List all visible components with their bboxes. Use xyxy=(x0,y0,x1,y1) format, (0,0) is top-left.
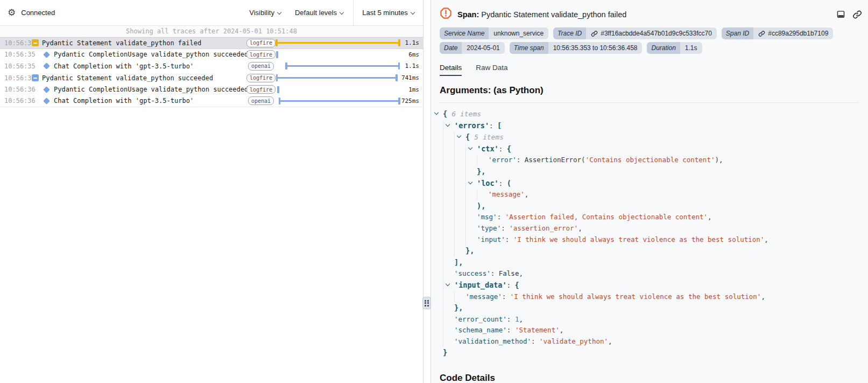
default-levels-dropdown[interactable]: Default levels xyxy=(295,9,343,17)
indent-guide xyxy=(454,155,465,166)
indent-guide xyxy=(443,257,454,269)
code-line: }, xyxy=(443,245,859,257)
indent-guide xyxy=(443,314,454,325)
code-token: , xyxy=(578,224,582,232)
link-icon[interactable] xyxy=(852,10,862,19)
code-token: 'I think we should always treat violence… xyxy=(510,293,761,301)
code-token: , xyxy=(608,337,612,345)
span-metadata-badges: Service Nameunknown_serviceTrace ID#3ff1… xyxy=(440,27,868,54)
trace-name: Pydantic Statement validate_python faile… xyxy=(42,39,249,47)
code-token: }, xyxy=(465,246,474,255)
code-line: 'success': False, xyxy=(443,268,859,280)
dock-panel-icon[interactable] xyxy=(836,10,845,19)
chevron-down-icon xyxy=(340,10,344,15)
code-token: , xyxy=(708,213,712,221)
traces-toolbar: ⚙ Connected Visibility Default levels La… xyxy=(0,0,423,26)
collapse-caret-icon[interactable] xyxy=(434,110,439,115)
indent-guide xyxy=(454,131,465,143)
arguments-heading: Arguments: (as Python) xyxy=(440,85,868,96)
trace-row[interactable]: 10:56:36Chat Completion with 'gpt-3.5-tu… xyxy=(0,95,423,107)
code-token: , xyxy=(764,235,768,243)
code-line: { 6 items xyxy=(443,108,859,120)
code-line: 'errors': [ xyxy=(443,120,859,132)
trace-row[interactable]: 10:56:36Pydantic CompletionUsage validat… xyxy=(0,83,423,95)
trace-timestamp: 10:56:35 xyxy=(0,51,30,58)
trace-row[interactable]: 10:56:35Chat Completion with 'gpt-3.5-tu… xyxy=(0,60,423,72)
badge-label: Duration xyxy=(647,42,680,54)
code-text: 'input': 'I think we should always treat… xyxy=(477,234,768,246)
expand-toggle-icon[interactable] xyxy=(30,74,42,81)
expand-toggle-icon[interactable] xyxy=(30,39,42,46)
trace-duration: 1.1s xyxy=(400,62,423,69)
trace-name: Pydantic Statement validate_python succe… xyxy=(42,74,249,82)
code-token: 'loc' xyxy=(477,179,499,187)
code-text: }, xyxy=(454,302,463,314)
code-token: 'error_count' xyxy=(454,315,507,323)
code-line: ), xyxy=(443,200,859,212)
trace-duration: 725ms xyxy=(400,98,423,105)
code-text: 'errors': [ xyxy=(454,120,502,132)
code-line: 'schema_name': 'Statement', xyxy=(443,325,859,336)
code-token: : xyxy=(491,269,499,277)
gear-icon[interactable]: ⚙ xyxy=(8,8,16,17)
badge-value-text: #3ff16acbdde4a547b01d9c9c533fcc70 xyxy=(601,30,712,37)
time-range-dropdown[interactable]: Last 5 minutes xyxy=(353,0,423,25)
duration-bar xyxy=(279,100,400,102)
indent-guide xyxy=(443,131,454,143)
code-token: 6 items xyxy=(451,110,481,118)
indent-guide xyxy=(443,212,454,223)
badge-value: unknown_service xyxy=(489,27,548,39)
indent-guide xyxy=(465,155,477,166)
indent-guide xyxy=(443,166,454,178)
indent-guide xyxy=(465,200,477,212)
code-token: { xyxy=(443,109,451,118)
tag-pill: logfire xyxy=(246,85,276,94)
indent-guide xyxy=(465,234,477,246)
indent-guide xyxy=(443,302,454,314)
link-icon xyxy=(591,30,598,37)
badge-value-text: 1.1s xyxy=(685,44,697,52)
code-line: 'message', xyxy=(443,189,859,200)
code-token: 'message' xyxy=(465,293,502,301)
code-token: 'success' xyxy=(454,269,491,277)
badge-value: 1.1s xyxy=(680,42,702,54)
arguments-code-tree: { 6 items'errors': [{ 5 items'ctx': {'er… xyxy=(440,102,859,361)
code-token: 'type' xyxy=(477,224,501,232)
code-token: 'assertion_error' xyxy=(509,224,578,232)
code-token: False xyxy=(499,269,519,277)
code-token: , xyxy=(519,315,523,323)
detail-tabs: DetailsRaw Data xyxy=(440,64,868,76)
trace-row[interactable]: 10:56:36Pydantic Statement validate_pyth… xyxy=(0,72,423,84)
resize-grip-handle[interactable] xyxy=(422,297,431,309)
trace-timestamp: 10:56:36 xyxy=(0,74,30,82)
tab-details[interactable]: Details xyxy=(440,64,462,76)
tag-pill: logfire xyxy=(246,50,276,59)
trace-list: 10:56:35Pydantic Statement validate_pyth… xyxy=(0,37,423,107)
badge-label: Trace ID xyxy=(553,27,586,39)
indent-guide xyxy=(443,245,454,257)
code-token: }, xyxy=(454,303,463,312)
trace-row[interactable]: 10:56:35Pydantic Statement validate_pyth… xyxy=(0,37,423,49)
trace-name: Chat Completion with 'gpt-3.5-turbo' xyxy=(54,62,249,70)
trace-tag: logfire xyxy=(249,85,273,94)
badge-value-text: #cc89a295db1b7109 xyxy=(768,30,828,37)
code-token: , xyxy=(560,326,564,334)
tag-pill: openai xyxy=(248,96,274,105)
code-token: : xyxy=(497,213,505,221)
code-token: : xyxy=(502,293,510,301)
indent-guide xyxy=(465,166,477,178)
badge-value-text: 2024-05-01 xyxy=(467,44,499,52)
metadata-badge: Service Nameunknown_service xyxy=(440,27,548,39)
visibility-dropdown[interactable]: Visibility xyxy=(249,9,281,17)
indent-guide xyxy=(454,291,465,303)
chevron-down-icon xyxy=(277,10,281,15)
trace-row[interactable]: 10:56:35Pydantic CompletionUsage validat… xyxy=(0,49,423,61)
badge-value[interactable]: #3ff16acbdde4a547b01d9c9c533fcc70 xyxy=(586,27,717,39)
metadata-badge: Time span10:56:35.353 to 10:56:36.458 xyxy=(510,42,643,54)
indent-guide xyxy=(454,178,465,190)
code-text: 'error_count': 1, xyxy=(454,314,523,325)
code-token: : xyxy=(507,281,515,289)
badge-value[interactable]: #cc89a295db1b7109 xyxy=(753,27,833,39)
tab-raw-data[interactable]: Raw Data xyxy=(476,64,507,76)
code-token: , xyxy=(519,269,523,277)
